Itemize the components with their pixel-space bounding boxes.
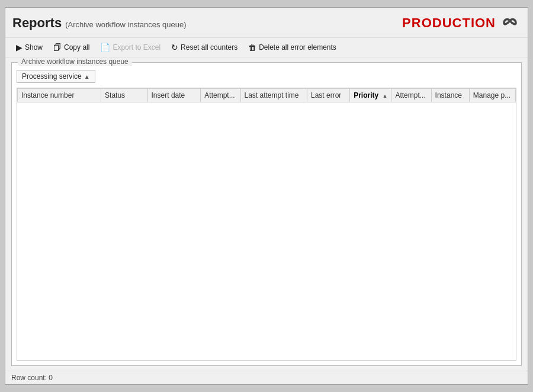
title-left: Reports (Archive workflow instances queu… [12,15,187,31]
copy-icon: 🗍 [53,43,62,52]
main-window: Reports (Archive workflow instances queu… [5,7,528,385]
filter-row: Processing service ▲ [17,70,516,83]
data-table-wrapper: Instance number Status Insert date Attem… [17,88,516,361]
show-button[interactable]: ▶ Show [11,41,47,53]
delete-error-button[interactable]: 🗑 Delete all error elements [243,41,341,53]
title-bar: Reports (Archive workflow instances queu… [5,8,528,38]
section-box: Archive workflow instances queue Process… [11,62,522,366]
footer: Row count: 0 [5,371,528,384]
production-icon [499,12,521,34]
col-last-error[interactable]: Last error [307,89,350,102]
col-attempt2[interactable]: Attempt... [391,89,431,102]
col-status[interactable]: Status [101,89,147,102]
show-icon: ▶ [16,43,23,52]
section-legend: Archive workflow instances queue [18,57,132,66]
sort-asc-icon: ▲ [383,93,388,99]
delete-icon: 🗑 [248,43,256,52]
export-excel-button[interactable]: 📄 Export to Excel [95,41,165,53]
data-table: Instance number Status Insert date Attem… [17,88,516,102]
col-attempts[interactable]: Attempt... [201,89,240,102]
col-instance-number[interactable]: Instance number [18,89,101,102]
col-last-attempt-time[interactable]: Last attempt time [240,89,307,102]
col-priority[interactable]: Priority ▲ [350,89,391,102]
chevron-down-icon: ▲ [84,73,90,80]
export-icon: 📄 [100,43,110,52]
title-right: PRODUCTION [402,12,521,34]
table-header: Instance number Status Insert date Attem… [18,89,516,102]
page-subtitle: (Archive workflow instances queue) [65,20,186,29]
toolbar: ▶ Show 🗍 Copy all 📄 Export to Excel ↻ Re… [5,38,528,57]
row-count: Row count: 0 [11,374,53,382]
production-label: PRODUCTION [402,15,496,31]
col-manage[interactable]: Manage p... [469,89,515,102]
col-instance[interactable]: Instance [431,89,469,102]
processing-service-dropdown[interactable]: Processing service ▲ [17,70,95,83]
reset-icon: ↻ [171,43,178,52]
copy-all-button[interactable]: 🗍 Copy all [49,41,94,53]
col-insert-date[interactable]: Insert date [147,89,201,102]
main-content: Archive workflow instances queue Process… [5,57,528,371]
dropdown-label: Processing service [22,72,82,81]
page-title: Reports [12,15,62,31]
reset-counters-button[interactable]: ↻ Reset all counters [166,41,242,53]
section-inner: Processing service ▲ Instance number [12,63,521,365]
